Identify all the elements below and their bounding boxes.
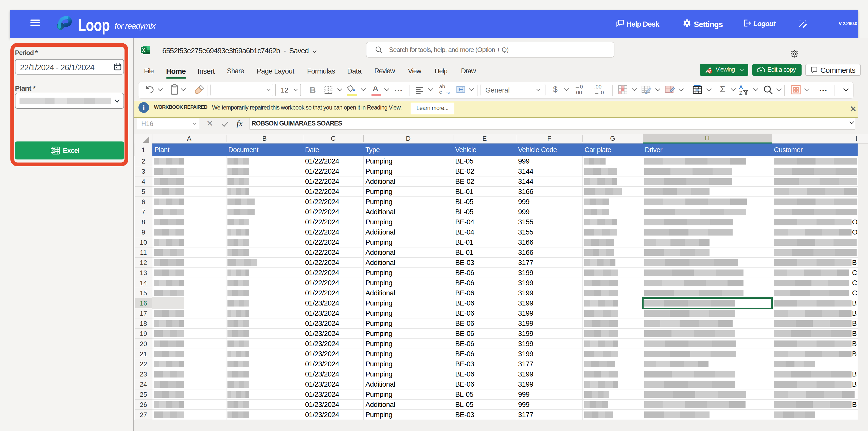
svg-text:Z: Z bbox=[739, 90, 742, 96]
svg-text:X: X bbox=[142, 48, 145, 53]
svg-text:A: A bbox=[739, 84, 743, 90]
